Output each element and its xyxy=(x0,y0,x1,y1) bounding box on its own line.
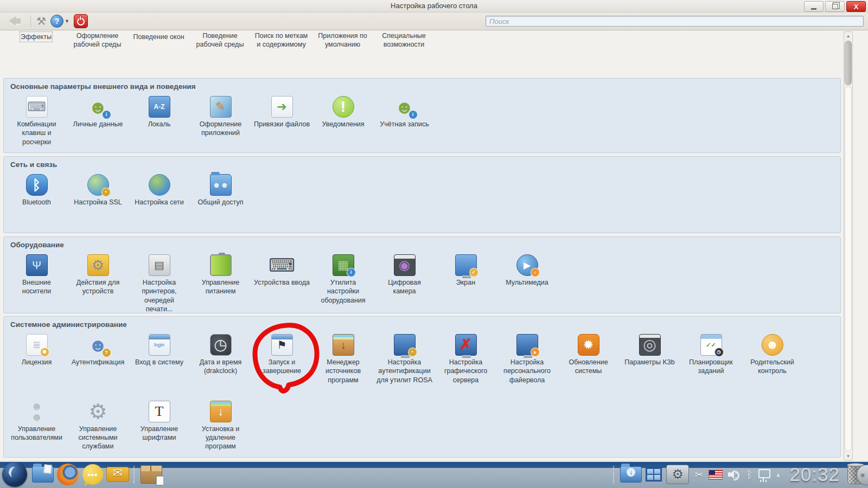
messenger-button[interactable]: ••• xyxy=(81,463,104,486)
close-button[interactable]: X xyxy=(846,1,866,12)
restore-button[interactable] xyxy=(825,1,845,12)
settings-item[interactable]: Поиск по меткам и содержимому xyxy=(253,31,310,49)
settings-item[interactable]: Оформление рабочей среды xyxy=(69,31,126,49)
settings-item-label: Оформление рабочей среды xyxy=(69,31,126,49)
settings-item[interactable]: ✓✓◷ Планировщик заданий xyxy=(682,332,739,384)
settings-item[interactable]: ᛒ Bluetooth xyxy=(8,172,65,207)
settings-item[interactable]: ☻i Личные данные xyxy=(69,94,126,146)
quit-button[interactable] xyxy=(74,14,88,29)
settings-item[interactable]: • Настройка SSL xyxy=(69,172,126,207)
keyboard-layout-us-flag-icon[interactable] xyxy=(709,470,723,479)
settings-item[interactable]: ⌨ Комбинации клавиш и росчерки xyxy=(8,94,65,146)
settings-item[interactable]: ☻? Аутентификация xyxy=(69,332,126,384)
settings-item[interactable]: Приложения по умолчанию xyxy=(314,31,371,49)
settings-item[interactable]: ✗ Настройка графического сервера xyxy=(437,332,494,384)
settings-item[interactable]: ↓ Установка и удаление программ xyxy=(192,399,249,451)
settings-item[interactable]: ✹ Обновление системы xyxy=(560,332,617,384)
settings-item[interactable]: Специальные возможности xyxy=(375,31,432,49)
settings-item[interactable]: ☻☻ Общий доступ xyxy=(192,172,249,207)
package-manager-button[interactable] xyxy=(140,463,163,486)
font-management-icon: T xyxy=(149,401,170,422)
taskbar-clock[interactable]: 20:32 xyxy=(789,464,840,485)
system-services-icon: ⚙ xyxy=(87,401,109,422)
firefox-button[interactable] xyxy=(56,463,79,486)
section-title: Системное администрирование xyxy=(10,320,836,329)
settings-item[interactable]: ! Уведомления xyxy=(315,94,372,146)
toolbar-divider xyxy=(30,15,31,27)
shared-access-icon: ☻☻ xyxy=(210,174,232,196)
tray-expander-icon[interactable]: ▲ xyxy=(776,472,781,478)
settings-item[interactable]: Поведение рабочей среды xyxy=(192,31,248,49)
settings-item[interactable]: ☻ Родительский контроль xyxy=(744,332,801,384)
settings-item[interactable]: ⌨ Устройства ввода xyxy=(253,252,310,313)
desktop-pager[interactable] xyxy=(646,467,662,481)
window-title: Настройка рабочего стола xyxy=(0,2,868,10)
system-settings-task-button[interactable]: ⚙ xyxy=(666,465,689,484)
minimize-button[interactable] xyxy=(804,1,824,12)
settings-item[interactable]: ➔ Привязки файлов xyxy=(253,94,310,146)
settings-item[interactable]: ⚙ Действия для устройств xyxy=(69,252,126,313)
settings-item-label: Настройка аутентификации для утилит ROSA xyxy=(376,358,433,384)
chat-bubble-icon: ••• xyxy=(82,464,103,485)
settings-item[interactable]: • Настройка аутентификации для утилит RO… xyxy=(376,332,433,384)
scrollbar-track[interactable] xyxy=(845,86,852,451)
parental-control-icon: ☻ xyxy=(762,334,783,356)
mail-button[interactable]: ✉ xyxy=(106,463,129,486)
settings-item[interactable]: ◷ Дата и время (drakclock) xyxy=(192,332,249,384)
settings-item[interactable]: Ψ Внешние носители xyxy=(8,252,65,313)
scroll-up-arrow[interactable]: ▲ xyxy=(844,32,852,40)
settings-item[interactable]: ↓ Менеджер источников программ xyxy=(315,332,372,384)
rosa-launcher-button[interactable] xyxy=(2,462,27,487)
settings-item[interactable]: Поведение окон xyxy=(130,31,187,49)
login-icon: login xyxy=(149,334,170,356)
taskbar-separator xyxy=(613,466,615,483)
settings-item[interactable]: ▶♪ Мультимедиа xyxy=(499,252,556,313)
bluetooth-icon: ᛒ xyxy=(26,174,48,196)
download-folder-icon: ↓ xyxy=(620,466,642,483)
clipboard-scissors-icon[interactable]: ✂ xyxy=(694,470,703,480)
help-button[interactable]: ? ▼ xyxy=(50,14,69,29)
package-box-icon xyxy=(141,465,162,484)
settings-item[interactable]: ▦i Утилита настройки оборудования xyxy=(315,252,372,313)
settings-item[interactable]: ▲ Настройка персонального файервола xyxy=(499,332,556,384)
settings-item[interactable]: ≣✺ Лицензия xyxy=(8,332,65,384)
settings-item[interactable]: Управление питанием xyxy=(192,252,249,313)
settings-item-label: Уведомления xyxy=(315,120,372,129)
network-monitor-icon[interactable] xyxy=(758,469,770,478)
settings-item-label: Привязки файлов xyxy=(253,120,310,129)
user-management-icon: ☻☻ xyxy=(26,401,48,422)
section-appearance-behavior: Основные параметры внешнего вида и повед… xyxy=(3,78,841,153)
downloads-folder-button[interactable]: ↓ xyxy=(620,463,642,486)
multimedia-icon: ▶♪ xyxy=(516,254,538,276)
back-button[interactable] xyxy=(4,14,25,29)
datetime-icon: ◷ xyxy=(210,334,232,356)
taskbar-separator xyxy=(133,466,136,483)
settings-item[interactable]: ⚑ Запуск и завершение xyxy=(253,332,310,384)
settings-item-label: Настройка персонального файервола xyxy=(499,358,556,384)
file-manager-button[interactable] xyxy=(31,463,54,486)
settings-item[interactable]: ☻☻ Управление пользователями xyxy=(8,399,65,451)
settings-item[interactable]: ◉ Цифровая камера xyxy=(376,252,433,313)
settings-item[interactable]: T Управление шрифтами xyxy=(131,399,188,451)
search-input[interactable] xyxy=(486,16,864,27)
settings-item[interactable]: ▤ Настройка принтеров, очередей печати..… xyxy=(131,252,188,313)
settings-item[interactable]: ☻i Учётная запись xyxy=(376,94,433,146)
settings-item[interactable]: ◎ Параметры K3b xyxy=(621,332,678,384)
bluetooth-tray-icon[interactable]: ᛒ xyxy=(746,470,752,480)
settings-item[interactable]: A-Z Локаль xyxy=(131,94,188,146)
xserver-config-icon: ✗ xyxy=(455,334,477,356)
scrolled-icon-row: Эффекты Оформление рабочей среды Поведен… xyxy=(8,31,437,49)
vertical-scrollbar[interactable]: ▲ ▼ xyxy=(844,31,853,460)
configure-button[interactable]: ⚒ xyxy=(36,14,46,29)
network-config-icon xyxy=(149,174,170,196)
settings-item[interactable]: login Вход в систему xyxy=(131,332,188,384)
settings-item[interactable]: Эффекты xyxy=(8,31,65,49)
settings-item[interactable]: ⚙ Управление системными службами xyxy=(69,399,126,451)
scroll-down-arrow[interactable]: ▼ xyxy=(844,452,852,460)
scrollbar-thumb[interactable] xyxy=(845,41,852,85)
settings-item[interactable]: ✎ Оформление приложений xyxy=(192,94,249,146)
settings-item[interactable]: Настройка сети xyxy=(131,172,188,207)
settings-item[interactable]: ✓ Экран xyxy=(437,252,494,313)
volume-icon[interactable] xyxy=(728,469,741,480)
install-remove-icon: ↓ xyxy=(210,401,232,422)
